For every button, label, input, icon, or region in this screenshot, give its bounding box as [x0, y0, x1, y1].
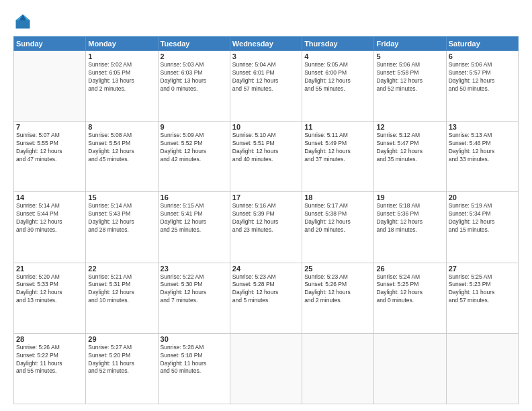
calendar-cell: 16Sunrise: 5:15 AMSunset: 5:41 PMDayligh… — [158, 192, 230, 263]
day-number: 25 — [304, 265, 371, 273]
cell-text: Sunrise: 5:28 AMSunset: 5:18 PMDaylight:… — [161, 344, 228, 376]
logo-icon — [13, 12, 32, 31]
calendar-cell: 21Sunrise: 5:20 AMSunset: 5:33 PMDayligh… — [14, 263, 86, 333]
day-number: 28 — [16, 335, 83, 343]
calendar-cell: 5Sunrise: 5:06 AMSunset: 5:58 PMDaylight… — [374, 51, 446, 122]
cell-text: Sunrise: 5:05 AMSunset: 6:00 PMDaylight:… — [304, 61, 371, 93]
day-number: 26 — [376, 265, 443, 273]
cell-text: Sunrise: 5:27 AMSunset: 5:20 PMDaylight:… — [88, 344, 155, 376]
calendar-cell: 17Sunrise: 5:16 AMSunset: 5:39 PMDayligh… — [230, 192, 302, 263]
page: SundayMondayTuesdayWednesdayThursdayFrid… — [0, 0, 532, 411]
cell-text: Sunrise: 5:23 AMSunset: 5:26 PMDaylight:… — [304, 273, 371, 306]
calendar-cell: 9Sunrise: 5:09 AMSunset: 5:52 PMDaylight… — [158, 122, 230, 192]
calendar-cell: 3Sunrise: 5:04 AMSunset: 6:01 PMDaylight… — [230, 51, 302, 122]
cell-text: Sunrise: 5:12 AMSunset: 5:47 PMDaylight:… — [376, 132, 443, 164]
cell-text: Sunrise: 5:11 AMSunset: 5:49 PMDaylight:… — [304, 132, 371, 164]
calendar-cell: 23Sunrise: 5:22 AMSunset: 5:30 PMDayligh… — [158, 263, 230, 333]
day-number: 7 — [16, 123, 83, 131]
calendar-row: 21Sunrise: 5:20 AMSunset: 5:33 PMDayligh… — [14, 263, 519, 333]
day-header-friday: Friday — [374, 37, 446, 51]
calendar-cell: 25Sunrise: 5:23 AMSunset: 5:26 PMDayligh… — [302, 263, 374, 333]
header — [13, 12, 519, 31]
calendar-cell — [230, 333, 302, 404]
day-header-tuesday: Tuesday — [158, 37, 230, 51]
day-header-wednesday: Wednesday — [230, 37, 302, 51]
calendar-table: SundayMondayTuesdayWednesdayThursdayFrid… — [13, 36, 519, 404]
day-number: 4 — [304, 52, 371, 60]
calendar-cell: 28Sunrise: 5:26 AMSunset: 5:22 PMDayligh… — [14, 333, 86, 404]
day-number: 20 — [449, 193, 516, 201]
calendar-cell — [446, 333, 518, 404]
calendar-cell: 15Sunrise: 5:14 AMSunset: 5:43 PMDayligh… — [86, 192, 158, 263]
cell-text: Sunrise: 5:26 AMSunset: 5:22 PMDaylight:… — [16, 344, 83, 376]
day-header-monday: Monday — [86, 37, 158, 51]
calendar-row: 14Sunrise: 5:14 AMSunset: 5:44 PMDayligh… — [14, 192, 519, 263]
cell-text: Sunrise: 5:14 AMSunset: 5:44 PMDaylight:… — [16, 202, 83, 234]
day-number: 29 — [88, 335, 155, 343]
calendar-cell: 14Sunrise: 5:14 AMSunset: 5:44 PMDayligh… — [14, 192, 86, 263]
cell-text: Sunrise: 5:19 AMSunset: 5:34 PMDaylight:… — [449, 202, 516, 234]
calendar-cell: 22Sunrise: 5:21 AMSunset: 5:31 PMDayligh… — [86, 263, 158, 333]
cell-text: Sunrise: 5:17 AMSunset: 5:38 PMDaylight:… — [304, 202, 371, 234]
calendar-cell: 24Sunrise: 5:23 AMSunset: 5:28 PMDayligh… — [230, 263, 302, 333]
cell-text: Sunrise: 5:25 AMSunset: 5:23 PMDaylight:… — [449, 273, 516, 306]
cell-text: Sunrise: 5:22 AMSunset: 5:30 PMDaylight:… — [161, 273, 228, 306]
calendar-cell: 4Sunrise: 5:05 AMSunset: 6:00 PMDaylight… — [302, 51, 374, 122]
cell-text: Sunrise: 5:20 AMSunset: 5:33 PMDaylight:… — [16, 273, 83, 306]
cell-text: Sunrise: 5:16 AMSunset: 5:39 PMDaylight:… — [232, 202, 300, 234]
calendar-cell: 18Sunrise: 5:17 AMSunset: 5:38 PMDayligh… — [302, 192, 374, 263]
calendar-cell: 10Sunrise: 5:10 AMSunset: 5:51 PMDayligh… — [230, 122, 302, 192]
calendar-cell: 20Sunrise: 5:19 AMSunset: 5:34 PMDayligh… — [446, 192, 518, 263]
day-number: 5 — [376, 52, 443, 60]
day-number: 23 — [161, 265, 228, 273]
day-number: 2 — [161, 52, 228, 60]
cell-text: Sunrise: 5:18 AMSunset: 5:36 PMDaylight:… — [376, 202, 443, 234]
cell-text: Sunrise: 5:07 AMSunset: 5:55 PMDaylight:… — [16, 132, 83, 164]
cell-text: Sunrise: 5:23 AMSunset: 5:28 PMDaylight:… — [232, 273, 300, 306]
cell-text: Sunrise: 5:24 AMSunset: 5:25 PMDaylight:… — [376, 273, 443, 306]
cell-text: Sunrise: 5:10 AMSunset: 5:51 PMDaylight:… — [232, 132, 300, 164]
day-number: 21 — [16, 265, 83, 273]
calendar-cell: 11Sunrise: 5:11 AMSunset: 5:49 PMDayligh… — [302, 122, 374, 192]
day-number: 24 — [232, 265, 300, 273]
day-number: 9 — [161, 123, 228, 131]
day-number: 8 — [88, 123, 155, 131]
day-header-thursday: Thursday — [302, 37, 374, 51]
calendar-cell: 7Sunrise: 5:07 AMSunset: 5:55 PMDaylight… — [14, 122, 86, 192]
day-header-saturday: Saturday — [446, 37, 518, 51]
calendar-cell: 26Sunrise: 5:24 AMSunset: 5:25 PMDayligh… — [374, 263, 446, 333]
cell-text: Sunrise: 5:15 AMSunset: 5:41 PMDaylight:… — [161, 202, 228, 234]
cell-text: Sunrise: 5:09 AMSunset: 5:52 PMDaylight:… — [161, 132, 228, 164]
day-number: 16 — [161, 193, 228, 201]
cell-text: Sunrise: 5:21 AMSunset: 5:31 PMDaylight:… — [88, 273, 155, 306]
day-number: 27 — [449, 265, 516, 273]
cell-text: Sunrise: 5:03 AMSunset: 6:03 PMDaylight:… — [161, 61, 228, 93]
calendar-cell: 27Sunrise: 5:25 AMSunset: 5:23 PMDayligh… — [446, 263, 518, 333]
day-number: 6 — [449, 52, 516, 60]
cell-text: Sunrise: 5:04 AMSunset: 6:01 PMDaylight:… — [232, 61, 300, 93]
day-number: 17 — [232, 193, 300, 201]
cell-text: Sunrise: 5:13 AMSunset: 5:46 PMDaylight:… — [449, 132, 516, 164]
logo — [13, 12, 35, 31]
calendar-cell: 8Sunrise: 5:08 AMSunset: 5:54 PMDaylight… — [86, 122, 158, 192]
day-number: 10 — [232, 123, 300, 131]
calendar-cell: 6Sunrise: 5:06 AMSunset: 5:57 PMDaylight… — [446, 51, 518, 122]
day-number: 19 — [376, 193, 443, 201]
day-number: 11 — [304, 123, 371, 131]
day-number: 22 — [88, 265, 155, 273]
day-number: 30 — [161, 335, 228, 343]
calendar-header-row: SundayMondayTuesdayWednesdayThursdayFrid… — [14, 37, 519, 51]
day-number: 13 — [449, 123, 516, 131]
day-number: 15 — [88, 193, 155, 201]
calendar-cell: 2Sunrise: 5:03 AMSunset: 6:03 PMDaylight… — [158, 51, 230, 122]
cell-text: Sunrise: 5:06 AMSunset: 5:58 PMDaylight:… — [376, 61, 443, 93]
calendar-cell — [302, 333, 374, 404]
cell-text: Sunrise: 5:02 AMSunset: 6:05 PMDaylight:… — [88, 61, 155, 93]
day-number: 1 — [88, 52, 155, 60]
calendar-row: 1Sunrise: 5:02 AMSunset: 6:05 PMDaylight… — [14, 51, 519, 122]
calendar-cell — [374, 333, 446, 404]
day-number: 14 — [16, 193, 83, 201]
calendar-cell: 30Sunrise: 5:28 AMSunset: 5:18 PMDayligh… — [158, 333, 230, 404]
calendar-cell — [14, 51, 86, 122]
calendar-cell: 19Sunrise: 5:18 AMSunset: 5:36 PMDayligh… — [374, 192, 446, 263]
